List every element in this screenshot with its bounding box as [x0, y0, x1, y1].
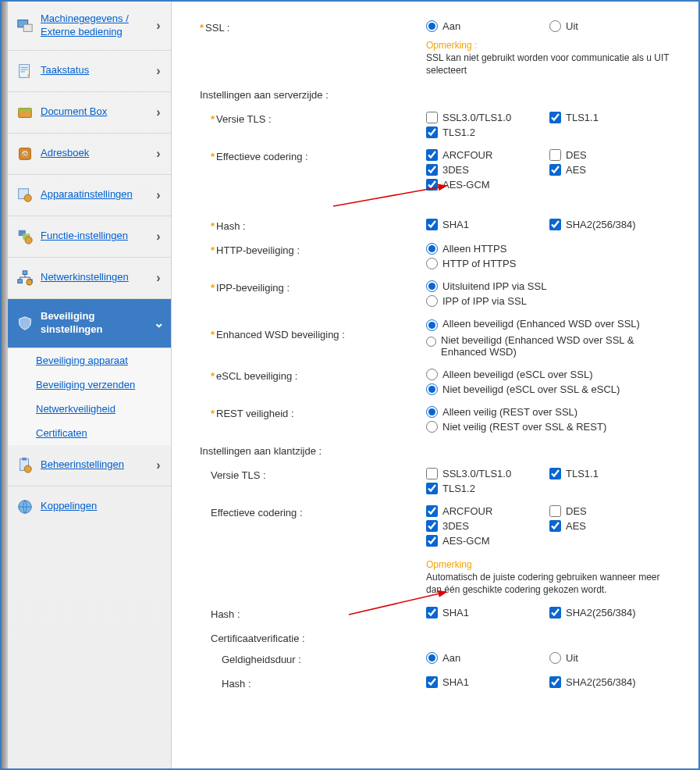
radio-http-1[interactable] [426, 243, 438, 255]
chk-sha1-client[interactable] [426, 607, 438, 618]
svg-point-12 [25, 237, 32, 244]
svg-rect-4 [19, 108, 32, 111]
sidebar-item-taakstatus[interactable]: Taakstatus › [8, 51, 171, 92]
label-enc-client: Effectieve codering : [211, 507, 303, 519]
sidebar-item-functie[interactable]: Functie-instellingen › [8, 216, 171, 258]
radio-ipp-2[interactable] [426, 295, 438, 307]
chk-aesgcm-client[interactable] [426, 535, 438, 547]
subitem-netwerkveiligheid[interactable]: Netwerkveiligheid [8, 397, 171, 421]
chk-aes-server[interactable] [549, 164, 561, 176]
row-geldig: Geldigheidsduur : Aan Uit [200, 652, 683, 665]
label-geldig: Geldigheidsduur : [222, 654, 301, 665]
row-ewsd: *Enhanced WSD beveiliging : Alleen bevei… [200, 318, 683, 358]
label-hash-client: Hash : [211, 608, 240, 620]
chk-3des-client[interactable] [426, 520, 438, 532]
chk-tls12-server[interactable] [426, 127, 438, 138]
chk-arcfour-server[interactable] [426, 149, 438, 161]
label-enc: Effectieve codering : [216, 151, 308, 162]
svg-rect-1 [23, 24, 32, 31]
sidebar-item-apparaat[interactable]: Apparaatinstellingen › [8, 175, 171, 216]
label-tls-client: Versie TLS : [211, 469, 266, 481]
chevron-right-icon: › [152, 147, 165, 161]
chk-3des-server[interactable] [426, 164, 438, 176]
edge-strip [2, 2, 8, 768]
radio-ssl-uit[interactable] [549, 20, 561, 32]
subitem-beveiliging-verzenden[interactable]: Beveiliging verzenden [8, 373, 171, 397]
chk-sha2-cert[interactable] [549, 676, 561, 688]
globe-icon [14, 497, 36, 516]
sidebar-item-beheer[interactable]: Beheerinstellingen › [8, 445, 171, 487]
sidebar-item-label: Beveiliging sinstellingen [41, 310, 152, 337]
note-heading-client: Opmerking [426, 559, 683, 570]
radio-ipp-1[interactable] [426, 280, 438, 292]
chk-sha1-cert[interactable] [426, 676, 438, 688]
row-enc-server: *Effectieve codering : ARCFOUR DES 3DES … [200, 149, 683, 191]
radio-geldig-uit[interactable] [549, 652, 561, 664]
label-ipp: IPP-beveiliging : [216, 282, 290, 294]
sidebar-item-adresboek[interactable]: @ Adresboek › [8, 134, 171, 175]
chk-sha1-server[interactable] [426, 219, 438, 230]
sidebar-item-documentbox[interactable]: Document Box › [8, 92, 171, 134]
radio-ewsd-1[interactable] [426, 319, 438, 331]
chevron-right-icon: › [152, 271, 165, 285]
chk-tls11-server[interactable] [549, 112, 561, 123]
sidebar-item-netwerk[interactable]: Netwerkinstellingen › [8, 258, 171, 299]
row-tls-client: Versie TLS : SSL3.0/TLS1.0 TLS1.1 TLS1.2 [200, 468, 683, 494]
label-escl: eSCL beveiliging : [216, 370, 297, 382]
sidebar-item-machine[interactable]: Machinegegevens / Externe bediening › [8, 2, 171, 51]
chk-tls12-client[interactable] [426, 483, 438, 494]
radio-escl-1[interactable] [426, 369, 438, 380]
row-rest: *REST veiligheid : Alleen veilig (REST o… [200, 406, 683, 433]
chk-arcfour-client[interactable] [426, 505, 438, 517]
note-enc: Automatisch de juiste codering gebruiken… [426, 572, 676, 596]
sidebar-item-label: Beheerinstellingen [41, 458, 152, 472]
chk-aesgcm-server[interactable] [426, 179, 438, 191]
chk-sha2-client[interactable] [549, 607, 561, 618]
subitem-beveiliging-apparaat[interactable]: Beveiliging apparaat [8, 348, 171, 373]
row-enc-client: Effectieve codering : ARCFOUR DES 3DES A… [200, 505, 683, 596]
network-icon [14, 269, 36, 287]
chk-ssl30-client[interactable] [426, 468, 438, 479]
radio-rest-2[interactable] [426, 421, 438, 433]
chk-tls11-client[interactable] [549, 468, 561, 479]
chevron-right-icon: › [152, 64, 165, 78]
sidebar-item-beveiliging[interactable]: Beveiliging sinstellingen ⌄ [8, 299, 171, 348]
label-rest: REST veiligheid : [216, 408, 293, 419]
radio-geldig-aan[interactable] [426, 652, 438, 664]
clipboard-gear-icon [14, 456, 36, 475]
chk-aes-client[interactable] [549, 520, 561, 532]
subitem-certificaten[interactable]: Certificaten [8, 421, 171, 445]
note-heading: Opmerking : [426, 40, 683, 51]
radio-rest-1[interactable] [426, 406, 438, 418]
row-hash-server: *Hash : SHA1 SHA2(256/384) [200, 219, 683, 232]
sidebar-subitems: Beveiliging apparaat Beveiliging verzend… [8, 348, 171, 445]
svg-rect-13 [23, 271, 27, 275]
chevron-down-icon: ⌄ [152, 315, 165, 330]
label-ewsd: Enhanced WSD beveiliging : [216, 329, 345, 340]
box-icon [14, 103, 36, 122]
chk-ssl30-server[interactable] [426, 112, 438, 123]
label-hash: Hash : [216, 220, 246, 232]
svg-text:@: @ [23, 152, 28, 157]
chk-des-client[interactable] [549, 505, 561, 517]
sidebar-item-label: Apparaatinstellingen [41, 188, 152, 201]
svg-rect-14 [18, 280, 22, 283]
chk-des-server[interactable] [549, 149, 561, 161]
sidebar-item-label: Netwerkinstellingen [41, 271, 152, 284]
label-hash-cert: Hash : [222, 678, 251, 690]
radio-ewsd-2[interactable] [426, 336, 436, 348]
monitor-icon [14, 16, 36, 35]
radio-http-2[interactable] [426, 258, 438, 269]
sidebar: Machinegegevens / Externe bediening › Ta… [8, 2, 172, 768]
sidebar-item-koppelingen[interactable]: Koppelingen [8, 487, 171, 527]
device-gear-icon [14, 186, 36, 205]
radio-ssl-aan[interactable] [426, 20, 438, 32]
chk-sha2-server[interactable] [549, 219, 561, 230]
label-cert: Certificaatverificatie : [211, 633, 305, 644]
sidebar-item-label: Document Box [41, 105, 152, 119]
sidebar-item-label: Koppelingen [41, 500, 165, 513]
document-icon [14, 62, 36, 80]
svg-point-9 [24, 194, 31, 201]
row-http: *HTTP-beveiliging : Alleen HTTPS HTTP of… [200, 243, 683, 269]
radio-escl-2[interactable] [426, 383, 438, 395]
